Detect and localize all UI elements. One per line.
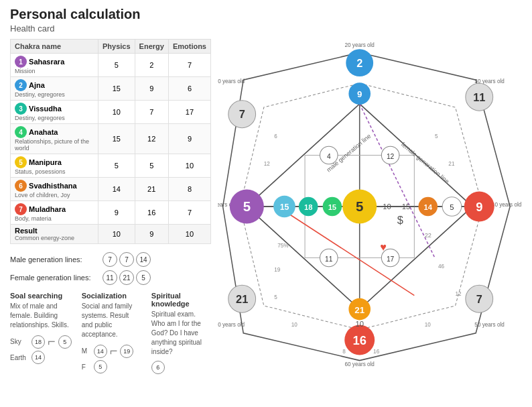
svg-text:18: 18 [304,203,312,211]
svg-text:5: 5 [450,203,454,211]
svg-text:5: 5 [274,294,277,300]
svg-text:21: 21 [448,161,455,167]
m-label: M [82,347,91,355]
svg-text:22: 22 [425,232,431,239]
main-content: Chakra name Physics Energy Emotions 1 Sa… [10,39,522,375]
sky-brace: ⌐ [48,334,56,349]
svg-text:16: 16 [352,333,366,347]
chakra-name-cell: 5 ManipuraStatus, posessions [11,154,98,178]
chakra-physics-cell: 15 [98,124,135,154]
chakra-name-cell: 2 AjnaDestiny, egregores [11,77,98,101]
chakra-physics-cell: 5 [98,154,135,178]
chakra-physics-cell: 9 [98,201,135,225]
sky-result-circle: 5 [58,335,72,349]
svg-text:7: 7 [476,293,482,305]
chakra-emotions-cell: 10 [168,225,210,244]
sky-earth-section: Sky 18 ⌐ 5 Earth 14 [10,334,72,364]
col-header-energy: Energy [135,40,168,54]
chakra-emotions-cell: 9 [168,124,210,154]
page-title: Personal calculation [10,7,522,22]
female-gen-line: Female generation lines: 11215 [10,270,211,285]
female-gen-circles: 11215 [103,270,151,285]
gen-circle: 21 [119,270,134,285]
f-label: F [82,363,91,371]
soul-searching-col: Soal searching Mix of male and female. B… [10,292,72,375]
gen-circle: 7 [119,252,134,267]
chakra-energy-cell: 2 [135,54,168,77]
svg-text:19: 19 [274,267,281,273]
chakra-physics-cell: 10 [98,225,135,244]
svg-text:5: 5 [356,199,363,214]
svg-text:7: 7 [239,108,245,120]
male-gen-circles: 7714 [103,252,151,267]
chakra-emotions-cell: 6 [168,77,210,101]
chakra-physics-cell: 5 [98,54,135,77]
chakra-physics-cell: 10 [98,101,135,124]
sky-label: Sky [10,338,29,345]
right-panel: 20 years old 30 years old 40 years old 5… [218,39,522,374]
soul-searching-title: Soal searching [10,292,72,300]
svg-text:10: 10 [355,320,363,328]
svg-text:15: 15 [280,202,289,212]
chakra-physics-cell: 14 [98,178,135,201]
gen-circle: 11 [103,270,117,285]
svg-text:60 years old: 60 years old [344,361,375,367]
svg-text:9: 9 [357,89,362,99]
svg-text:75%: 75% [277,243,288,249]
svg-text:46: 46 [438,264,445,270]
svg-text:4: 4 [327,153,331,160]
page: Personal calculation Health card Chakra … [0,0,532,382]
socialization-col: Socialization Social and family systems.… [82,292,141,375]
svg-text:15: 15 [402,202,410,211]
svg-text:10: 10 [291,322,298,328]
left-panel: Chakra name Physics Energy Emotions 1 Sa… [10,39,211,375]
sky-row: Sky 18 ⌐ 5 [10,334,72,349]
mf-result-circle: 19 [120,345,133,358]
spiritual-circle: 6 [151,361,165,374]
socialization-text: Social and family systems. Result and pu… [82,302,141,339]
chakra-emotions-cell: 7 [168,54,210,77]
spiritual-title: Spiritual knowledge [151,292,211,308]
svg-text:17: 17 [387,255,395,263]
svg-text:12: 12 [264,161,271,167]
chakra-energy-cell: 16 [135,201,168,225]
svg-line-20 [360,104,435,258]
male-gen-label: Male generation lines: [10,255,97,264]
socialization-title: Socialization [82,292,141,300]
chakra-energy-cell: 5 [135,154,168,178]
svg-text:70 years old: 70 years old [218,322,245,328]
svg-text:5: 5 [243,199,251,214]
gen-circle: 14 [136,252,151,267]
chakra-physics-cell: 15 [98,77,135,101]
page-subtitle: Health card [10,23,522,34]
chakra-name-cell: 3 VissudhaDestiny, egregores [11,101,98,124]
spiritual-col: Spiritual knowledge Spiritual exam. Who … [151,292,211,375]
chakra-name-cell: 4 AnahataRelationships, picture of the w… [11,124,98,154]
svg-text:16: 16 [373,349,380,355]
gen-circle: 5 [136,270,151,285]
diagram-svg: 20 years old 30 years old 40 years old 5… [218,39,522,374]
mf-brace: ⌐ [110,343,118,359]
svg-text:♥: ♥ [380,241,387,253]
chakra-energy-cell: 9 [135,225,168,244]
spiritual-text: Spiritual exam. Who am I for the God? Do… [151,310,211,357]
svg-text:15: 15 [328,203,336,211]
svg-text:2: 2 [356,57,362,69]
svg-text:21: 21 [354,305,364,315]
svg-text:$: $ [397,214,403,226]
sky-circle: 18 [31,335,45,349]
svg-text:10: 10 [383,202,391,211]
svg-text:10 years old: 10 years old [218,78,245,84]
chakra-emotions-cell: 17 [168,101,210,124]
svg-text:14: 14 [423,203,432,211]
svg-text:6: 6 [274,133,277,139]
svg-text:12: 12 [387,153,395,160]
f-row: F 5 [82,360,141,373]
chakra-name-cell: 1 SahasraraMission [11,54,98,77]
col-header-name: Chakra name [11,40,98,54]
col-header-physics: Physics [98,40,135,54]
chakra-name-cell: 6 SvadhisthanaLove of children, Joy [11,178,98,201]
gen-circle: 7 [103,252,117,267]
mf-section: M 14 ⌐ 19 F 5 [82,343,141,373]
col-header-emotions: Emotions [168,40,210,54]
